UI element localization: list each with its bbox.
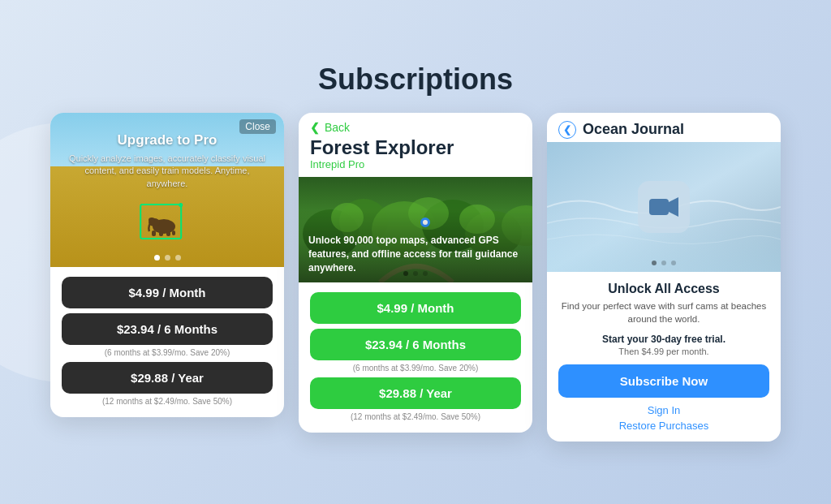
card3-image (547, 142, 781, 272)
dot-3 (175, 255, 181, 261)
card3-app-title: Ocean Journal (583, 121, 684, 138)
card3-header: ❮ Ocean Journal (547, 113, 781, 142)
close-button[interactable]: Close (239, 119, 276, 134)
dot-2 (165, 255, 170, 261)
subscribe-now-button[interactable]: Subscribe Now (558, 364, 769, 398)
dot-c2-3 (423, 271, 428, 276)
cards-container: Close Upgrade to Pro Quickly analyze ima… (50, 113, 781, 442)
card2-title: Forest Explorer (310, 137, 521, 158)
video-icon-container (638, 181, 690, 233)
page-title: Subscriptions (318, 62, 513, 97)
card2-image: Unlock 90,000 topo maps, advanced GPS fe… (299, 177, 532, 282)
card-upgrade-pro: Close Upgrade to Pro Quickly analyze ima… (50, 113, 284, 417)
card3-unlock-title: Unlock All Access (608, 282, 720, 296)
card3-body: Unlock All Access Find your perfect wave… (547, 272, 781, 442)
card1-monthly-btn[interactable]: $4.99 / Month (62, 277, 273, 308)
card1-yearly-note: (12 months at $2.49/mo. Save 50%) (62, 397, 273, 406)
card1-yearly-btn[interactable]: $29.88 / Year (62, 362, 273, 394)
dot-c3-1 (652, 261, 657, 265)
dot-c2-1 (403, 271, 408, 276)
dot-c2-2 (413, 271, 418, 276)
card1-pricing: $4.99 / Month $23.94 / 6 Months (6 month… (50, 267, 284, 417)
card2-subtitle: Intrepid Pro (310, 158, 521, 170)
card3-dots-bar (652, 261, 676, 265)
card-forest-explorer: ❮ Back Forest Explorer Intrepid Pro (299, 113, 532, 433)
svg-marker-18 (669, 197, 678, 217)
card2-6months-btn[interactable]: $23.94 / 6 Months (310, 329, 521, 360)
back-chevron-icon: ❮ (310, 121, 320, 134)
sign-in-link[interactable]: Sign In (648, 404, 680, 416)
card1-6months-note: (6 months at $3.99/mo. Save 20%) (62, 348, 273, 357)
card2-yearly-note: (12 months at $2.49/mo. Save 50%) (310, 412, 521, 421)
card2-6months-note: (6 months at $3.99/mo. Save 20%) (310, 364, 521, 373)
card1-dots (154, 255, 181, 261)
card2-pricing: $4.99 / Month $23.94 / 6 Months (6 month… (299, 282, 532, 433)
card2-monthly-btn[interactable]: $4.99 / Month (310, 292, 521, 324)
card1-subtitle: Quickly analyze images, accurately class… (50, 153, 284, 190)
card2-yearly-btn[interactable]: $29.88 / Year (310, 377, 521, 409)
back-circle-icon[interactable]: ❮ (558, 121, 576, 139)
restore-purchases-link[interactable]: Restore Purchases (619, 420, 709, 432)
dot-c3-2 (661, 261, 666, 265)
dot-1 (154, 255, 160, 261)
svg-rect-17 (649, 199, 669, 215)
card2-dots-bar (403, 271, 428, 276)
card3-unlock-desc: Find your perfect wave with surf cams at… (558, 299, 769, 325)
card1-title: Upgrade to Pro (118, 132, 217, 149)
card2-titles: Forest Explorer Intrepid Pro (299, 137, 532, 177)
card1-image: Close Upgrade to Pro Quickly analyze ima… (50, 113, 284, 267)
card3-trial-sub: Then $4.99 per month. (618, 347, 708, 356)
card1-6months-btn[interactable]: $23.94 / 6 Months (62, 313, 273, 345)
card-ocean-journal: ❮ Ocean Journal (547, 113, 781, 442)
video-camera-icon (649, 196, 678, 218)
card2-header: ❮ Back (299, 113, 532, 137)
back-label[interactable]: Back (325, 121, 350, 134)
card3-trial-text: Start your 30-day free trial. (602, 334, 726, 345)
card2-description: Unlock 90,000 topo maps, advanced GPS fe… (308, 234, 523, 274)
card1-overlay: Close Upgrade to Pro Quickly analyze ima… (50, 113, 284, 267)
dot-c3-3 (671, 261, 676, 265)
